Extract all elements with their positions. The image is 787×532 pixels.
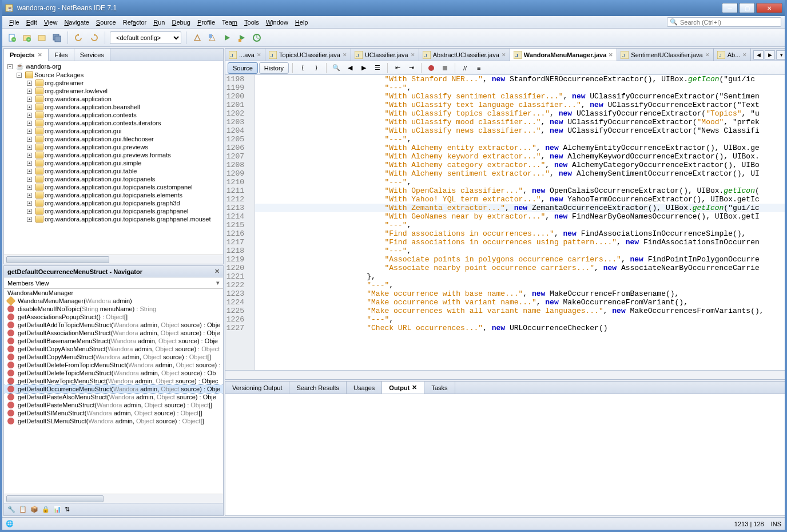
package-node[interactable]: +org.wandora.application.contexts xyxy=(4,111,223,119)
close-icon[interactable]: ✕ xyxy=(412,384,417,391)
menu-profile[interactable]: Profile xyxy=(194,18,218,27)
code-line[interactable]: "---", xyxy=(255,247,785,255)
package-node[interactable]: +org.wandora.application.gui.filechooser xyxy=(4,135,223,143)
tab-services[interactable]: Services xyxy=(74,49,110,61)
editor-tab[interactable]: JUClassifier.java✕ xyxy=(351,49,419,61)
code-line[interactable]: "With Alchemy keyword extractor...", new… xyxy=(255,152,785,161)
code-line[interactable]: "---", xyxy=(255,178,785,186)
member-row[interactable]: getDefaultAddToTopicMenuStruct(Wandora a… xyxy=(4,321,223,329)
close-icon[interactable]: ✕ xyxy=(214,268,220,275)
tab-files[interactable]: Files xyxy=(49,49,74,61)
code-line[interactable]: "Make occurrence with variant name...", … xyxy=(255,298,785,307)
code-line[interactable]: "With uClassify mood classifier...", new… xyxy=(255,118,785,126)
code-line[interactable]: "Make occurrence with base name...", new… xyxy=(255,289,785,298)
code-line[interactable]: "With GeoNames near by extractor...", ne… xyxy=(255,212,785,221)
code-line[interactable]: "With Yahoo! YQL term extractor...", new… xyxy=(255,195,785,204)
code-line[interactable]: }, xyxy=(255,272,785,281)
clean-build-button[interactable] xyxy=(206,31,218,44)
member-row[interactable]: getDefaultSLMenuStruct(Wandora admin, Ob… xyxy=(4,417,223,425)
output-tab[interactable]: Search Results xyxy=(289,382,347,394)
menu-window[interactable]: Window xyxy=(263,18,292,27)
maximize-button[interactable]: ▢ xyxy=(739,3,755,13)
project-root[interactable]: −☕ wandora-org xyxy=(4,62,223,71)
undo-button[interactable] xyxy=(73,31,85,44)
filter-icon[interactable]: 📦 xyxy=(30,506,38,513)
build-button[interactable] xyxy=(191,31,204,44)
redo-button[interactable] xyxy=(88,31,100,44)
close-icon[interactable]: ✕ xyxy=(38,52,42,58)
code-line[interactable]: "With Alchemy category extractor...", ne… xyxy=(255,161,785,169)
tab-projects[interactable]: Projects✕ xyxy=(4,49,49,61)
new-project-button[interactable]: + xyxy=(21,31,33,44)
horizontal-scrollbar[interactable] xyxy=(4,255,223,264)
member-row[interactable]: getDefaultPasteAlsoMenuStruct(Wandora ad… xyxy=(4,393,223,401)
output-tab[interactable]: Usages xyxy=(347,382,382,394)
menu-refactor[interactable]: Refactor xyxy=(120,18,150,27)
package-node[interactable]: +org.wandora.application.gui xyxy=(4,127,223,135)
menu-run[interactable]: Run xyxy=(150,18,168,27)
source-packages[interactable]: −Source Packages xyxy=(4,71,223,79)
members-view-dropdown[interactable]: Members View▾ xyxy=(4,277,223,289)
filter-icon[interactable]: 🔒 xyxy=(42,506,50,513)
output-tab[interactable]: Tasks xyxy=(424,382,455,394)
package-node[interactable]: +org.gstreamer.lowlevel xyxy=(4,87,223,95)
toggle-highlight-button[interactable]: ☰ xyxy=(371,62,384,74)
shift-left-button[interactable]: ⇤ xyxy=(391,62,404,74)
uncomment-button[interactable]: ≡ xyxy=(472,62,485,74)
comment-button[interactable]: // xyxy=(459,62,471,74)
editor-tab[interactable]: JSentimentUClassifier.java✕ xyxy=(617,49,713,61)
close-icon[interactable]: ✕ xyxy=(502,52,506,58)
code-line[interactable]: "Associate points in polygons occurrence… xyxy=(255,255,785,264)
profile-button[interactable] xyxy=(251,31,263,44)
member-row[interactable]: getDefaultDeleteFromTopicMenuStruct(Wand… xyxy=(4,361,223,369)
shift-right-button[interactable]: ⇥ xyxy=(405,62,418,74)
menu-view[interactable]: View xyxy=(41,18,61,27)
next-bookmark-button[interactable]: ▶ xyxy=(357,62,370,74)
menu-edit[interactable]: Edit xyxy=(23,18,41,27)
package-node[interactable]: +org.wandora.application.gui.topicpanels… xyxy=(4,207,223,215)
menu-navigate[interactable]: Navigate xyxy=(61,18,92,27)
code-line[interactable]: "Check URL occurrences...", new URLOccur… xyxy=(255,324,785,332)
package-node[interactable]: +org.wandora.application.gui.topicpanels… xyxy=(4,215,223,223)
member-row[interactable]: getDefaultDeleteTopicMenuStruct(Wandora … xyxy=(4,369,223,377)
member-row[interactable]: getDefaultNewTopicMenuStruct(Wandora adm… xyxy=(4,377,223,385)
quick-search[interactable]: 🔍 xyxy=(667,17,781,27)
filter-icon[interactable]: 📋 xyxy=(19,506,27,513)
member-row[interactable]: getDefaultAssociationMenuStruct(Wandora … xyxy=(4,329,223,337)
member-row[interactable]: disableMenuIfNoTopic(String menuName) : … xyxy=(4,305,223,313)
class-header[interactable]: WandoraMenuManager xyxy=(4,289,223,297)
code-line[interactable]: "With uClassify sentiment classifier..."… xyxy=(255,92,785,101)
source-view-button[interactable]: Source xyxy=(228,62,258,74)
prev-bookmark-button[interactable]: ◀ xyxy=(344,62,356,74)
new-file-button[interactable]: + xyxy=(6,31,18,44)
member-row[interactable]: getDefaultOccurrenceMenuStruct(Wandora a… xyxy=(4,385,223,393)
save-all-button[interactable] xyxy=(50,31,63,44)
code-line[interactable]: "---", xyxy=(255,281,785,289)
open-project-button[interactable] xyxy=(35,31,48,44)
code-line[interactable]: "---", xyxy=(255,315,785,324)
code-line[interactable]: "---", xyxy=(255,221,785,229)
member-row[interactable]: getDefaultSIMenuStruct(Wandora admin, Ob… xyxy=(4,409,223,417)
horizontal-scrollbar[interactable] xyxy=(4,494,223,503)
close-icon[interactable]: ✕ xyxy=(411,52,415,58)
output-body[interactable] xyxy=(225,394,785,515)
editor-tab[interactable]: JTopicsUClassifier.java✕ xyxy=(265,49,351,61)
menu-source[interactable]: Source xyxy=(93,18,120,27)
code-line[interactable]: "---", xyxy=(255,84,785,92)
code-line[interactable]: "---", xyxy=(255,135,785,144)
minimize-button[interactable]: ─ xyxy=(722,3,738,13)
history-view-button[interactable]: History xyxy=(259,62,289,74)
code-line[interactable]: "With Zemanta extractor...", new Zemanta… xyxy=(255,204,785,212)
code-line[interactable]: "Make occurrences with all variant name … xyxy=(255,307,785,315)
project-tree[interactable]: −☕ wandora-org −Source Packages +org.gst… xyxy=(4,61,223,255)
editor-tab[interactable]: JAb...✕ xyxy=(714,49,752,61)
package-node[interactable]: +org.gstreamer xyxy=(4,79,223,87)
package-node[interactable]: +org.wandora.application.gui.topicpanels… xyxy=(4,199,223,207)
package-node[interactable]: +org.wandora.application.gui.topicpanels… xyxy=(4,183,223,191)
code-editor[interactable]: "With Stanford NER...", new StanfordNERO… xyxy=(255,75,785,370)
nav-fwd-button[interactable]: ⟩ xyxy=(310,62,323,74)
code-line[interactable]: "With uClassify topics classifier...", n… xyxy=(255,109,785,118)
nav-back-button[interactable]: ⟨ xyxy=(296,62,309,74)
package-node[interactable]: +org.wandora.application.contexts.iterat… xyxy=(4,119,223,127)
menu-help[interactable]: Help xyxy=(292,18,312,27)
